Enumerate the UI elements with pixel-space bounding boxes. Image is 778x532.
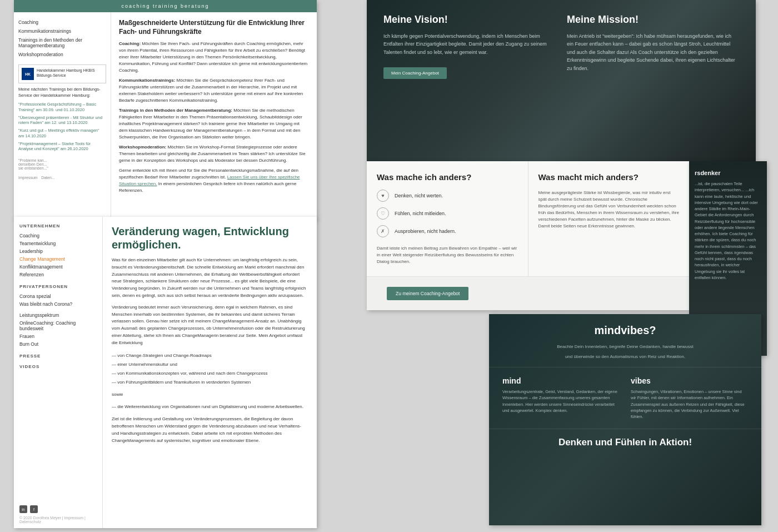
linkedin-icon[interactable]: in	[19, 505, 27, 513]
panel-5-content: rsdenker ...ist, die pauschalen Teile in…	[689, 161, 767, 289]
hk-logo: HK	[22, 68, 34, 80]
p4-left-title: Was mache ich anders?	[377, 172, 518, 182]
sidebar-item-referenzen[interactable]: Referenzen	[19, 271, 97, 279]
hk-box: HK Handelskammer Hamburg HKBIS Bildungs-…	[18, 64, 106, 83]
panel-1-sidebar: Coaching Kommunikationstrainings Trainin…	[14, 12, 111, 220]
section-videos: VIDEOS	[19, 364, 97, 369]
p3-list-item-4: von Führungsleitbildern und Teamkulturen…	[112, 378, 308, 387]
coaching-angebot-btn[interactable]: Mein Coaching-Angebot	[383, 67, 447, 79]
p3-list-item-2: einer Unternehmenskultur und	[112, 360, 308, 369]
panel-mindvibes: mindvibes? Beachte Dein Innenleben, begr…	[489, 314, 761, 525]
sidebar-item-nach-corona[interactable]: Was bleibt nach Corona?	[19, 300, 97, 308]
p3-para-2: Veränderung bedeutet immer auch Verunsic…	[112, 304, 308, 347]
sidebar-nav-workshop[interactable]: Workshopmoderation	[18, 50, 106, 59]
coaching-btn-row: Zu meinem Coaching-Angebot	[367, 276, 689, 310]
p4-item-2-text: Fühlen, nicht mitleiden.	[395, 211, 446, 216]
p5-text: ...ist, die pauschalen Teile interpretie…	[695, 181, 761, 281]
p3-list: von Change-Strategien und Change-Roadmap…	[112, 351, 308, 387]
section-presse: PRESSE	[19, 354, 97, 359]
social-icons: in f	[19, 505, 102, 513]
sidebar-nav-coaching[interactable]: Coaching	[18, 18, 106, 27]
p5-title: rsdenker	[695, 170, 761, 176]
vibes-title: vibes	[631, 376, 748, 385]
p4-item-1: ♥ Denken, nicht werten.	[377, 190, 518, 202]
p4-item-3-text: Ausprobieren, nicht hadern.	[395, 228, 456, 234]
panel-3-body: UNTERNEHMEN Coaching Teamentwicklung Lea…	[14, 217, 317, 528]
panel-4-left: Was mache ich anders? ♥ Denken, nicht we…	[367, 161, 528, 276]
p1-section-kommunikation: Kommunikationstrainings: Möchten Sie die…	[119, 77, 309, 104]
panel-coaching-website: coaching training beratung Coaching Komm…	[14, 0, 317, 220]
p4-right-text: Meine ausgeprägteste Stärke ist Wissbegi…	[538, 190, 680, 230]
sidebar-item-leistung[interactable]: Leistungsspektrum	[19, 311, 97, 319]
p3-sowie: sowie	[112, 391, 308, 399]
denken-title: Denken und Fühlen in Aktion!	[502, 437, 748, 448]
panel-1-header: coaching training beratung	[14, 0, 317, 12]
p1-section-coaching: Coaching: Möchten Sie Ihren Fach- und Fü…	[119, 41, 309, 74]
p3-main-title: Veränderung wagen, Entwicklung ermöglich…	[112, 225, 308, 251]
sidebar-item-corona[interactable]: Corona spezial	[19, 292, 97, 300]
p1-main-title: Maßgeschneiderte Unterstützung für die E…	[119, 19, 309, 36]
heart-outline-icon: ♡	[377, 207, 389, 220]
sidebar-item-frauen[interactable]: Frauen	[19, 332, 97, 340]
mindvibes-sub2: und überwinde so den Automatismus von Re…	[502, 354, 748, 360]
panel-3-sidebar: UNTERNEHMEN Coaching Teamentwicklung Lea…	[14, 217, 103, 528]
vision-title: Meine Vision!	[383, 14, 556, 26]
p4-item-2: ♡ Fühlen, nicht mitleiden.	[377, 207, 518, 220]
sidebar-nav-trainings[interactable]: Trainings in den Methoden der Management…	[18, 36, 106, 50]
vision-text: Ich kämpfe gegen Potentialverschwendung,…	[383, 32, 556, 56]
facebook-icon[interactable]: f	[30, 505, 38, 513]
sidebar-nav-kommunikation[interactable]: Kommunikationstrainings	[18, 27, 106, 36]
sidebar-item-burnout[interactable]: Burn Out	[19, 340, 97, 348]
sidebar-item-coaching[interactable]: Coaching	[19, 232, 97, 240]
training-link-4[interactable]: "Projektmanagement – Starke Tools für An…	[18, 141, 106, 152]
vibes-col: vibes Schwingungen, Vibrationen, Emotion…	[631, 376, 748, 420]
vibes-text: Schwingungen, Vibrationen, Emotionen – u…	[631, 389, 748, 420]
mindvibes-q-label: mindvibes?	[502, 324, 748, 340]
panel-1-body: Coaching Kommunikationstrainings Trainin…	[14, 12, 317, 220]
panel-6-footer: Denken und Fühlen in Aktion!	[489, 429, 761, 456]
training-text: Meine nächsten Trainings bei dem Bildung…	[18, 87, 106, 98]
panel-4-main: Was mache ich anders? ♥ Denken, nicht we…	[367, 161, 689, 276]
mindvibes-title: mindvibes?	[594, 324, 656, 337]
p3-para-1: Was für den einzelnen Mitarbeiter gilt a…	[112, 257, 308, 300]
p4-item-3: ✗ Ausprobieren, nicht hadern.	[377, 225, 518, 237]
vision-column: Meine Vision! Ich kämpfe gegen Potential…	[383, 14, 556, 147]
coaching-angebot-btn-2[interactable]: Zu meinem Coaching-Angebot	[387, 287, 468, 300]
panel-was-anders: Was mache ich anders? ♥ Denken, nicht we…	[367, 161, 689, 310]
p4-right-title: Was macht mich anders?	[538, 172, 680, 182]
site-title: coaching training beratung	[121, 3, 209, 9]
p1-section-workshop: Workshopmoderation: Möchten Sie im Works…	[119, 144, 309, 164]
section-privatpersonen: PRIVATPERSONEN	[19, 284, 97, 289]
sidebar-item-team[interactable]: Teamentwicklung	[19, 240, 97, 247]
problems-teaser: "Probleme kan...derselben Den...sie ents…	[18, 158, 106, 170]
mind-col: mind Verarbeitungszentrale, Geist, Verst…	[502, 376, 620, 420]
x-icon: ✗	[377, 225, 389, 237]
mission-title: Meine Mission!	[567, 14, 739, 26]
hk-name: Handelskammer Hamburg HKBIS Bildungs-Ser…	[37, 68, 103, 78]
training-link-3[interactable]: "Kurz und gut – Meetings effektiv manage…	[18, 128, 106, 139]
sidebar-item-leadership[interactable]: Leadership	[19, 247, 97, 255]
sidebar-item-konflikt[interactable]: Konfliktmanagement	[19, 263, 97, 271]
sidebar-item-online[interactable]: OnlineCoaching: Coaching bundesweit	[19, 319, 97, 332]
heart-icon: ♥	[377, 190, 389, 202]
training-link-2[interactable]: "Überzeugend präsentieren - Mit Struktur…	[18, 115, 106, 126]
p1-closing: Gerne entwickle ich mit Ihnen und für Si…	[119, 167, 309, 194]
sidebar-item-change[interactable]: Change Management	[19, 255, 97, 263]
footer-copyright: in f © 2020 Dorothea Meyer | Impressum |…	[19, 505, 102, 524]
section-unternehmen: UNTERNEHMEN	[19, 223, 97, 228]
training-link-1[interactable]: "Professionelle Gesprächsführung – Basic…	[18, 102, 106, 113]
p3-closing: Ziel ist die Initiierung und Gestaltung …	[112, 416, 308, 444]
p1-section-trainings: Trainings in den Methoden der Management…	[119, 107, 309, 141]
panel-1-content: Maßgeschneiderte Unterstützung für die E…	[111, 12, 317, 220]
screenshot-container: coaching training beratung Coaching Komm…	[0, 0, 778, 532]
panel-6-top: mindvibes? Beachte Dein Innenleben, begr…	[489, 314, 761, 367]
panel-3-content: Veränderung wagen, Entwicklung ermöglich…	[103, 217, 317, 528]
mindvibes-sub1: Beachte Dein Innenleben, begreife Deine …	[502, 344, 748, 350]
p3-list-item-1: von Change-Strategien und Change-Roadmap…	[112, 351, 308, 360]
panel-6-mid: mind Verarbeitungszentrale, Geist, Verst…	[489, 367, 761, 429]
p3-list-item-5: die Weiterentwicklung von Organisationen…	[112, 402, 308, 411]
p3-list-item-3: von Kommunikationskonzepten vor, während…	[112, 369, 308, 378]
panel-4-right: Was macht mich anders? Meine ausgeprägte…	[528, 161, 690, 276]
mind-text: Verarbeitungszentrale, Geist, Verstand, …	[502, 389, 620, 414]
mission-column: Meine Mission! Mein Antrieb ist "weiterg…	[567, 14, 739, 147]
